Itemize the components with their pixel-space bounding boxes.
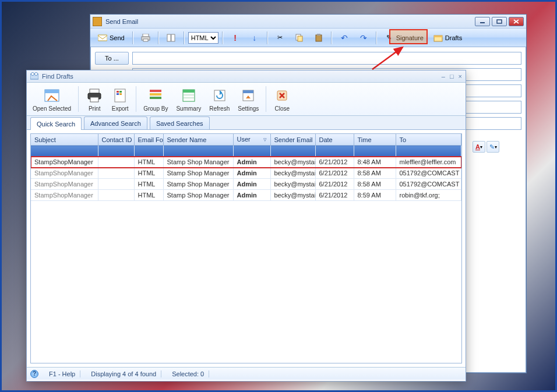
maximize-button[interactable] [492,17,507,26]
cell-user: Admin [233,190,270,201]
table-row[interactable]: StampShopManagerHTMLStamp Shop ManagerAd… [31,190,461,201]
drafts-button[interactable]: Drafts [429,31,466,45]
cut-button[interactable]: ✂ [272,31,289,45]
svg-rect-15 [434,36,442,37]
cell-to: 051792@COMCAST [396,168,461,179]
status-selected: Selected: 0 [167,370,209,377]
settings-button[interactable]: Settings [235,84,262,114]
group-by-icon [147,87,164,104]
svg-rect-4 [98,35,107,41]
svg-rect-24 [90,97,98,102]
tab-advanced-search[interactable]: Advanced Search [84,116,147,129]
find-drafts-titlebar[interactable]: Find Drafts – □ × [27,70,466,83]
open-selected-button[interactable]: Open Selected [30,84,74,114]
col-to[interactable]: To [396,134,461,146]
copy-button[interactable] [291,31,308,45]
cell-date: 6/21/2012 [315,190,354,201]
send-email-title: Send Email [105,18,138,25]
print-button[interactable]: Print [83,84,106,114]
find-drafts-ribbon: Open Selected Print Export Group By Summ… [27,83,466,116]
cell-time: 8:58 AM [354,179,396,190]
group-by-label: Group By [143,105,168,112]
col-sender-email[interactable]: Sender Email [270,134,315,146]
highlight-button[interactable]: ✎▾ [487,141,499,153]
status-displaying: Displaying 4 of 4 found [86,370,161,377]
open-selected-label: Open Selected [33,105,71,112]
cell-sender_name: Stamp Shop Manager [163,179,233,190]
svg-point-19 [35,73,38,76]
cell-sender_email: becky@mystai [270,179,315,190]
summary-button[interactable]: Summary [173,84,204,114]
minimize-button[interactable]: – [442,73,445,80]
send-email-titlebar[interactable]: Send Email [90,15,526,29]
minimize-button[interactable] [475,17,490,26]
column-header-row: Subject Contact ID Email Fo Sender Name … [31,134,461,146]
svg-rect-39 [243,90,253,93]
to-field[interactable] [132,52,521,65]
format-select[interactable]: HTML [188,32,218,44]
send-label: Send [110,34,125,41]
priority-high-button[interactable]: ! [227,31,244,45]
find-drafts-window: Find Drafts – □ × Open Selected Print Ex… [26,70,466,382]
cell-user: Admin [233,179,270,190]
to-button[interactable]: To ... [95,52,129,65]
envelope-icon [98,33,107,43]
table-row[interactable]: StampShopManagerHTMLStamp Shop ManagerAd… [31,179,461,190]
tab-saved-searches[interactable]: Saved Searches [150,116,210,129]
priority-low-button[interactable]: ↓ [246,31,263,45]
send-button[interactable]: Send [94,31,129,45]
tab-quick-search[interactable]: Quick Search [30,117,82,130]
highlight-icon: ✎ [489,143,495,151]
exclaim-icon: ! [231,33,240,43]
undo-button[interactable]: ↶ [336,31,353,45]
address-book-button[interactable] [163,31,180,45]
col-subject[interactable]: Subject [31,134,98,146]
cell-subject: StampShopManager [31,157,98,168]
copy-icon [295,33,304,43]
redo-button[interactable]: ↷ [355,31,372,45]
close-label: Close [275,105,290,112]
refresh-icon [211,87,228,104]
cell-to: mleffler@leffler.com [396,157,461,168]
cell-subject: StampShopManager [31,168,98,179]
cell-date: 6/21/2012 [315,168,354,179]
dropdown-icon: ▾ [495,144,497,150]
svg-rect-26 [117,91,119,93]
col-date[interactable]: Date [315,134,354,146]
filter-row[interactable] [31,146,461,157]
drafts-icon [433,33,443,43]
results-grid: Subject Contact ID Email Fo Sender Name … [30,133,462,363]
svg-rect-13 [317,34,320,36]
close-button-ribbon[interactable]: Close [270,84,294,114]
col-email-fo[interactable]: Email Fo [134,134,163,146]
font-color-button[interactable]: A▾ [473,141,485,153]
cell-contact_id [98,157,134,168]
print-button[interactable] [137,31,154,45]
cell-date: 6/21/2012 [315,157,354,168]
signature-button[interactable]: ✎Signature [380,31,428,45]
filter-icon: ▿ [263,136,267,143]
table-row[interactable]: StampShopManagerHTMLStamp Shop ManagerAd… [31,157,461,168]
cell-user: Admin [233,168,270,179]
find-drafts-icon [30,72,38,81]
table-row[interactable]: StampShopManagerHTMLStamp Shop ManagerAd… [31,168,461,179]
col-sender-name[interactable]: Sender Name [163,134,233,146]
settings-icon [239,87,257,104]
book-icon [167,33,176,43]
col-user[interactable]: User ▿ [233,134,270,146]
find-drafts-title: Find Drafts [42,73,73,80]
close-button[interactable] [509,17,524,26]
group-by-button[interactable]: Group By [140,84,171,114]
maximize-button[interactable]: □ [450,73,454,80]
export-icon [111,87,129,104]
close-button[interactable]: × [459,73,462,80]
status-help[interactable]: F1 - Help [44,370,80,377]
settings-label: Settings [238,105,259,112]
svg-rect-12 [316,35,322,41]
refresh-button[interactable]: Refresh [206,84,232,114]
paste-button[interactable] [310,31,327,45]
help-icon[interactable]: ? [30,370,38,378]
export-button[interactable]: Export [108,84,132,114]
col-time[interactable]: Time [354,134,396,146]
col-contact-id[interactable]: Contact ID [98,134,134,146]
